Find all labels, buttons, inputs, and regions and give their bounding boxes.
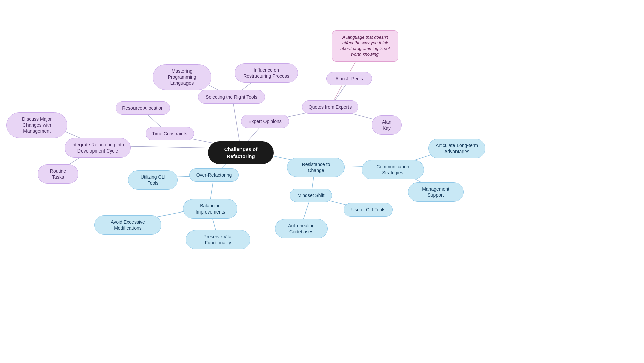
node-selecting-tools: Selecting the Right Tools [198, 90, 265, 104]
node-utilizing-cli: Utilizing CLI Tools [128, 170, 178, 190]
node-balancing-improvements: Balancing Improvements [183, 199, 237, 219]
node-integrate-refactoring: Integrate Refactoring into Development C… [65, 138, 131, 158]
node-auto-healing: Auto-healing Codebases [275, 219, 328, 238]
node-quote-text: A language that doesn't affect the way y… [332, 30, 398, 62]
node-management-support: Management Support [408, 182, 464, 202]
node-over-refactoring: Over-Refactoring [189, 168, 239, 182]
node-preserve-vital: Preserve Vital Functionality [186, 230, 250, 249]
node-mindset-shift: Mindset Shift [290, 189, 332, 202]
node-expert-opinions: Expert Opinions [241, 115, 289, 128]
node-resource-allocation: Resource Allocation [116, 101, 170, 115]
node-mastering-programming: Mastering Programming Languages [153, 64, 211, 90]
node-quotes-experts: Quotes from Experts [302, 100, 358, 114]
node-alan-kay: Alan Kay [372, 115, 402, 135]
node-articulate-advantages: Articulate Long-term Advantages [428, 139, 485, 158]
node-resistance-change: Resistance to Change [287, 158, 345, 177]
node-communication-strategies: Communication Strategies [362, 160, 424, 179]
node-avoid-modifications: Avoid Excessive Modifications [94, 215, 161, 235]
node-alan-perlis: Alan J. Perlis [326, 72, 372, 85]
node-time-constraints: Time Constraints [146, 127, 194, 140]
node-influence-restructuring: Influence on Restructuring Process [235, 63, 298, 83]
node-discuss-management: Discuss Major Changes with Management [6, 112, 67, 138]
node-routine-tasks: Routine Tasks [38, 164, 78, 184]
node-use-cli-tools: Use of CLI Tools [344, 203, 393, 217]
center-node: Challenges of Refactoring [208, 141, 274, 164]
